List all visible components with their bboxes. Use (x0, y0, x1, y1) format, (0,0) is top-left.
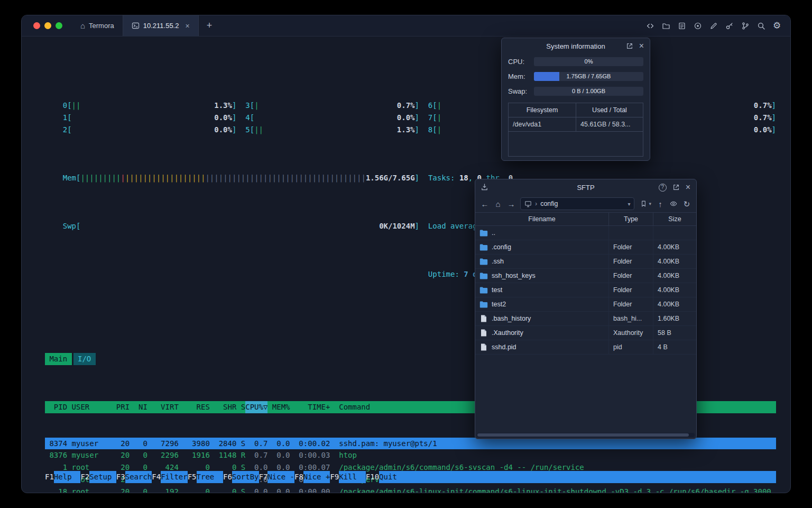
key-icon[interactable] (725, 21, 734, 30)
file-name: ssh_host_keys (492, 272, 536, 279)
file-row[interactable]: sshd.pidpid4 B (475, 340, 696, 355)
home-icon: ⌂ (80, 21, 85, 30)
file-row[interactable]: ssh_host_keysFolder4.00KB (475, 269, 696, 283)
tab-session[interactable]: 10.211.55.2 × (123, 15, 199, 36)
fn-label-f1[interactable]: Help (54, 471, 81, 483)
fn-label-f2[interactable]: Setup (89, 471, 116, 483)
fn-label-f3[interactable]: Search (125, 471, 152, 483)
fn-label-f6[interactable]: SortBy (232, 471, 259, 483)
column-header-filename[interactable]: Filename (475, 213, 608, 225)
column-header-s[interactable]: S (236, 401, 245, 413)
close-panel-icon[interactable]: × (639, 42, 644, 50)
show-hidden-icon[interactable] (669, 200, 678, 207)
file-row[interactable]: test2Folder4.00KB (475, 297, 696, 312)
bookmarks-button[interactable]: ▾ (639, 200, 651, 207)
column-header-cpu[interactable]: CPU%▽ (245, 401, 267, 413)
column-header-virt[interactable]: VIRT (147, 401, 179, 413)
path-segment[interactable]: config (540, 200, 558, 207)
fn-label-f10[interactable]: Quit (379, 471, 406, 483)
file-type: Folder (608, 240, 653, 254)
column-header-time[interactable]: TIME+ (290, 401, 330, 413)
fn-label-f9[interactable]: Kill (339, 471, 366, 483)
column-header-pri[interactable]: PRI (112, 401, 130, 413)
fn-key-f3[interactable]: F3 (116, 471, 125, 483)
file-row[interactable]: .bash_historybash_hi...1.60KB (475, 312, 696, 326)
fn-key-f2[interactable]: F2 (80, 471, 89, 483)
folder-icon (479, 301, 488, 308)
branch-icon[interactable] (741, 21, 750, 30)
column-header-pid[interactable]: PID (45, 401, 67, 413)
help-icon[interactable]: ? (659, 184, 667, 192)
process-row[interactable]: 8376myuser200229619161148R0.70.00:00.03h… (45, 449, 776, 461)
forward-icon[interactable]: → (507, 200, 515, 208)
code-icon[interactable] (645, 21, 654, 30)
column-header-mem[interactable]: MEM% (267, 401, 290, 413)
cpu-meter-0: 0[||1.3%] (63, 99, 237, 112)
filesystem-row[interactable]: /dev/vda1 45.61GB / 58.3... (509, 117, 643, 132)
column-header-ni[interactable]: NI (130, 401, 147, 413)
record-icon[interactable] (693, 21, 702, 30)
fn-key-f7[interactable]: F7 (259, 471, 268, 483)
column-header-type[interactable]: Type (608, 213, 653, 225)
back-icon[interactable]: ← (481, 200, 489, 208)
transfers-icon[interactable] (481, 183, 488, 191)
path-breadcrumb[interactable]: › config ▾ (520, 197, 634, 210)
horizontal-scrollbar[interactable] (477, 433, 695, 437)
fn-key-f5[interactable]: F5 (188, 471, 197, 483)
fn-label-f8[interactable]: Nice + (303, 471, 330, 483)
log-icon[interactable] (677, 21, 686, 30)
fn-label-f7[interactable]: Nice - (267, 471, 294, 483)
fn-key-f1[interactable]: F1 (45, 471, 54, 483)
fn-key-f8[interactable]: F8 (294, 471, 303, 483)
column-header-filesystem: Filesystem (509, 103, 576, 117)
process-row[interactable]: 18root20019200S0.00.00:00.00/package/adm… (45, 486, 776, 493)
file-row[interactable]: testFolder4.00KB (475, 283, 696, 297)
file-row[interactable]: .configFolder4.00KB (475, 240, 696, 255)
titlebar-toolbar: ⚙ (645, 15, 790, 36)
folder-icon[interactable] (661, 21, 670, 30)
panel-title: SFTP (491, 184, 680, 192)
folder-icon (479, 258, 488, 265)
fn-label-f5[interactable]: Tree (197, 471, 224, 483)
column-header-user[interactable]: USER (67, 401, 112, 413)
folder-icon (479, 273, 488, 279)
close-window-button[interactable] (33, 22, 40, 29)
file-name: sshd.pid (492, 343, 516, 351)
chevron-down-icon[interactable]: ▾ (628, 201, 630, 207)
column-header-size[interactable]: Size (653, 213, 696, 225)
tab-termora-home[interactable]: ⌂ Termora (72, 15, 123, 36)
minimize-window-button[interactable] (44, 22, 51, 29)
pencil-icon[interactable] (709, 21, 718, 30)
htop-tab-main[interactable]: Main (45, 353, 72, 365)
file-icon (479, 315, 488, 322)
search-icon[interactable] (756, 21, 765, 30)
fn-key-f6[interactable]: F6 (223, 471, 232, 483)
maximize-window-button[interactable] (56, 22, 62, 29)
open-in-window-icon[interactable] (626, 42, 633, 50)
home-tab-label: Termora (89, 22, 114, 30)
home-icon[interactable]: ⌂ (494, 200, 502, 208)
new-tab-button[interactable]: + (199, 15, 220, 36)
fn-label-f4[interactable]: Filter (161, 471, 188, 483)
htop-tab-io[interactable]: I/O (73, 353, 96, 365)
file-row[interactable]: .sshFolder4.00KB (475, 255, 696, 269)
close-tab-icon[interactable]: × (185, 22, 189, 30)
file-name: .config (492, 243, 511, 251)
gear-icon[interactable]: ⚙ (772, 21, 781, 30)
close-panel-icon[interactable]: × (686, 184, 690, 191)
fn-key-f4[interactable]: F4 (152, 471, 161, 483)
swap-usage-value: 0 B / 1.00GB (534, 87, 643, 96)
fn-key-f9[interactable]: F9 (330, 471, 339, 483)
fn-key-f10[interactable]: F10 (366, 471, 379, 483)
open-in-window-icon[interactable] (672, 184, 680, 191)
column-header-shr[interactable]: SHR (210, 401, 237, 413)
file-type: Folder (608, 283, 653, 297)
file-row[interactable]: .. (475, 226, 696, 240)
file-type (608, 226, 653, 240)
refresh-icon[interactable]: ↻ (682, 200, 691, 208)
column-header-res[interactable]: RES (179, 401, 210, 413)
file-row[interactable]: .XauthorityXauthority58 B (475, 326, 696, 340)
file-name: .Xauthority (492, 329, 523, 337)
scrollbar-thumb[interactable] (477, 433, 689, 437)
parent-directory-icon[interactable]: ↑ (656, 200, 665, 208)
